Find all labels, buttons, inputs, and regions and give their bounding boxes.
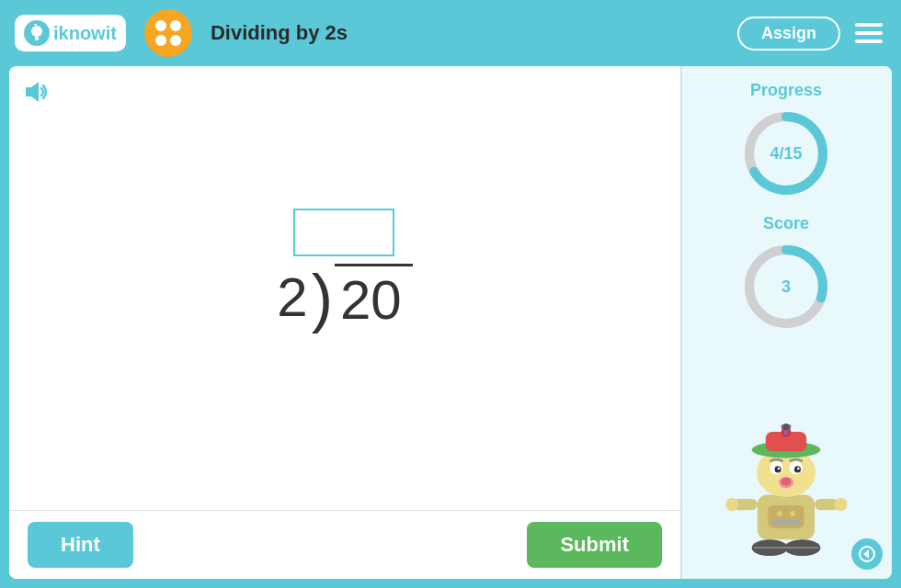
header: iknowit Dividing by 2s Assign [0,0,901,66]
divider-line [680,66,682,579]
progress-donut: 4/15 [740,107,832,199]
svg-point-30 [797,468,800,470]
score-value: 3 [781,277,791,297]
svg-point-29 [778,468,781,470]
dot2 [170,20,181,31]
logo-icon [24,20,50,46]
svg-point-15 [725,498,738,511]
lesson-title: Dividing by 2s [211,21,348,45]
svg-rect-1 [35,37,39,40]
hamburger-line-3 [855,40,883,43]
dividend: 20 [335,269,413,331]
hamburger-line-1 [855,23,883,27]
svg-point-35 [790,510,796,516]
progress-value: 4/15 [770,144,802,164]
answer-input[interactable] [293,209,394,256]
division-expression: 2 ) 20 [277,264,412,332]
svg-point-34 [776,510,782,516]
lesson-icon [144,9,192,57]
logo-area: iknowit Dividing by 2s [15,9,348,57]
lesson-icon-dots [152,17,185,50]
mascot-area [691,417,881,564]
svg-line-2 [34,24,37,25]
header-right: Assign [737,17,886,51]
svg-marker-3 [26,82,39,102]
right-panel: Progress 4/15 Score 3 [680,66,892,579]
dot3 [155,35,166,46]
svg-point-24 [782,424,789,430]
problem-area: 2 ) 20 [9,66,680,510]
back-button[interactable] [851,538,883,570]
dot4 [170,35,181,46]
score-donut: 3 [740,241,832,333]
svg-point-32 [781,478,792,486]
hint-button[interactable]: Hint [28,522,133,568]
svg-rect-36 [771,520,801,525]
score-label: Score [763,214,809,233]
menu-button[interactable] [851,19,886,47]
logo-text: iknowit [53,23,117,44]
logo-box: iknowit [15,15,126,51]
assign-button[interactable]: Assign [737,17,840,51]
sound-button[interactable] [22,79,48,110]
division-container: 2 ) 20 [277,209,412,332]
dot1 [155,20,166,31]
bottom-bar: Hint Submit [9,510,680,579]
submit-button[interactable]: Submit [527,522,662,568]
score-block: Score 3 [691,214,881,333]
progress-block: Progress 4/15 [691,81,881,199]
progress-label: Progress [750,81,822,100]
hamburger-line-2 [855,31,883,35]
left-panel: 2 ) 20 Hint Submit [9,66,680,579]
dividend-area: 20 [335,264,413,332]
divisor: 2 [277,266,307,329]
main-content: 2 ) 20 Hint Submit Progress [9,66,892,579]
overline: 20 [335,264,413,332]
svg-point-16 [834,498,847,511]
svg-point-0 [31,26,42,37]
division-bracket-symbol: ) [312,266,333,330]
mascot-image [713,417,860,564]
